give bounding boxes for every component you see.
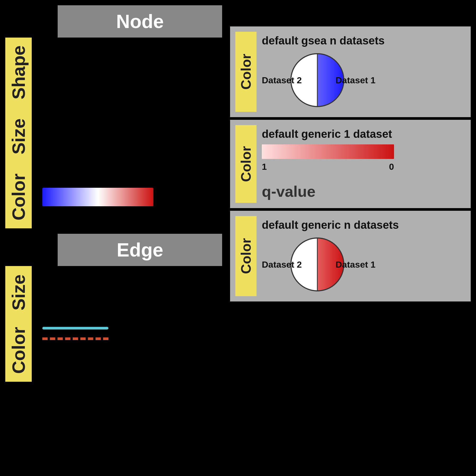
generic1-panel-content: default generic 1 dataset 1 0 q-value — [257, 125, 465, 203]
gsea-panel-content: default gsea n datasets Dataset 2 — [257, 32, 465, 112]
gsea-panel-label: Color — [235, 32, 257, 112]
edge-color-label: Color — [5, 319, 32, 382]
genericn-panel: Color default generic n datasets Dataset… — [230, 211, 471, 301]
genericn-left-label: Dataset 2 — [262, 259, 302, 270]
node-gradient-bar — [42, 188, 153, 206]
genericn-panel-content: default generic n datasets Dataset 2 — [257, 216, 465, 296]
edge-header: Edge — [58, 234, 222, 266]
edge-size-content — [32, 266, 222, 319]
shape-label: Shape — [5, 38, 32, 107]
gsea-panel: Color default gsea n datasets Dataset 2 — [230, 26, 471, 117]
node-color-label: Color — [5, 166, 32, 228]
genericn-panel-body: Dataset 2 — [262, 235, 460, 294]
gsea-right-label: Dataset 1 — [336, 75, 376, 85]
node-color-row: Color — [5, 166, 222, 228]
generic1-panel-label: Color — [235, 125, 257, 203]
edge-color-row: Color — [5, 319, 222, 382]
color-scale-bar — [262, 144, 394, 159]
gsea-left-label: Dataset 2 — [262, 75, 302, 85]
left-column: Node Shape Size Color Edge Size — [5, 5, 222, 471]
main-container: Node Shape Size Color Edge Size — [0, 0, 476, 476]
node-color-content — [32, 166, 222, 228]
edge-size-row: Size — [5, 266, 222, 319]
node-size-content — [32, 107, 222, 166]
genericn-split-circle-wrapper: Dataset 2 — [288, 235, 346, 294]
shape-content — [32, 38, 222, 107]
section-gap — [5, 228, 222, 234]
node-size-label: Size — [5, 107, 32, 166]
node-header: Node — [58, 5, 222, 38]
shape-row: Shape — [5, 38, 222, 107]
gsea-panel-title: default gsea n datasets — [262, 34, 460, 47]
edge-size-label: Size — [5, 266, 32, 319]
solid-line — [42, 327, 108, 329]
genericn-panel-title: default generic n datasets — [262, 219, 460, 231]
scale-left-label: 1 — [262, 162, 267, 172]
generic1-panel-title: default generic 1 dataset — [262, 128, 460, 140]
color-scale-container: 1 0 — [262, 144, 394, 172]
gsea-split-circle-wrapper: Dataset 2 — [288, 51, 346, 109]
scale-right-label: 0 — [389, 162, 394, 172]
node-size-row: Size — [5, 107, 222, 166]
right-column: Color default gsea n datasets Dataset 2 — [230, 26, 471, 471]
color-scale-labels: 1 0 — [262, 162, 394, 172]
dashed-line — [42, 337, 108, 340]
genericn-right-label: Dataset 1 — [336, 259, 376, 270]
generic1-panel: Color default generic 1 dataset 1 0 q-va… — [230, 120, 471, 208]
gsea-panel-body: Dataset 2 — [262, 51, 460, 109]
q-value-label: q-value — [262, 182, 315, 200]
edge-color-content — [32, 319, 222, 382]
generic1-panel-body: 1 0 q-value — [262, 144, 460, 200]
genericn-panel-label: Color — [235, 216, 257, 296]
